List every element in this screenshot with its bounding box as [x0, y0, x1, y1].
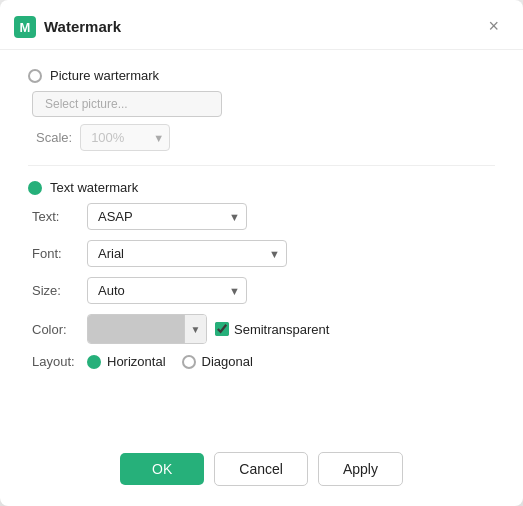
layout-horizontal-option[interactable]: Horizontal: [87, 354, 166, 369]
scale-label: Scale:: [36, 130, 72, 145]
color-dropdown-button[interactable]: ▼: [184, 315, 206, 343]
select-picture-button: Select picture...: [32, 91, 222, 117]
size-field-row: Size: Auto ▼: [32, 277, 495, 304]
text-radio[interactable]: [28, 181, 42, 195]
layout-diagonal-option[interactable]: Diagonal: [182, 354, 253, 369]
size-label: Size:: [32, 283, 87, 298]
dialog-footer: OK Cancel Apply: [0, 428, 523, 486]
picture-radio[interactable]: [28, 69, 42, 83]
ok-button[interactable]: OK: [120, 453, 204, 485]
color-picker[interactable]: ▼: [87, 314, 207, 344]
color-field-row: Color: ▼ Semitransparent: [32, 314, 495, 344]
text-radio-row: Text watermark: [28, 180, 495, 195]
semitransparent-text: Semitransparent: [234, 322, 329, 337]
title-bar: M Watermark ×: [0, 0, 523, 50]
size-select-wrap[interactable]: Auto ▼: [87, 277, 247, 304]
section-divider: [28, 165, 495, 166]
watermark-dialog: M Watermark × Picture wartermark Select …: [0, 0, 523, 506]
text-select-wrap[interactable]: ASAP ▼: [87, 203, 247, 230]
close-button[interactable]: ×: [482, 14, 505, 39]
picture-radio-row: Picture wartermark: [28, 68, 495, 83]
text-watermark-section: Text watermark Text: ASAP ▼ Font:: [28, 180, 495, 369]
text-label: Text:: [32, 209, 87, 224]
text-field-row: Text: ASAP ▼: [32, 203, 495, 230]
layout-label: Layout:: [32, 354, 87, 369]
app-icon: M: [14, 16, 36, 38]
dialog-title: Watermark: [44, 18, 121, 35]
text-select[interactable]: ASAP: [87, 203, 247, 230]
svg-text:M: M: [20, 20, 31, 35]
font-label: Font:: [32, 246, 87, 261]
layout-horizontal-label: Horizontal: [107, 354, 166, 369]
font-select-wrap[interactable]: Arial ▼: [87, 240, 287, 267]
title-left: M Watermark: [14, 16, 121, 38]
layout-diagonal-radio[interactable]: [182, 355, 196, 369]
picture-radio-label: Picture wartermark: [50, 68, 159, 83]
color-label: Color:: [32, 322, 87, 337]
scale-select-wrap: 100% ▼: [80, 124, 170, 151]
font-select[interactable]: Arial: [87, 240, 287, 267]
layout-field-row: Layout: Horizontal Diagonal: [32, 354, 495, 369]
picture-options: Select picture... Scale: 100% ▼: [32, 91, 495, 151]
text-options: Text: ASAP ▼ Font: Arial ▼: [32, 203, 495, 369]
text-radio-label: Text watermark: [50, 180, 138, 195]
layout-options: Horizontal Diagonal: [87, 354, 253, 369]
picture-watermark-section: Picture wartermark Select picture... Sca…: [28, 68, 495, 151]
color-swatch[interactable]: [88, 315, 184, 343]
apply-button[interactable]: Apply: [318, 452, 403, 486]
semitransparent-checkbox[interactable]: [215, 322, 229, 336]
scale-row: Scale: 100% ▼: [36, 124, 495, 151]
layout-horizontal-radio[interactable]: [87, 355, 101, 369]
semitransparent-label[interactable]: Semitransparent: [215, 322, 329, 337]
font-field-row: Font: Arial ▼: [32, 240, 495, 267]
layout-diagonal-label: Diagonal: [202, 354, 253, 369]
cancel-button[interactable]: Cancel: [214, 452, 308, 486]
scale-select: 100%: [80, 124, 170, 151]
dialog-content: Picture wartermark Select picture... Sca…: [0, 50, 523, 428]
size-select[interactable]: Auto: [87, 277, 247, 304]
